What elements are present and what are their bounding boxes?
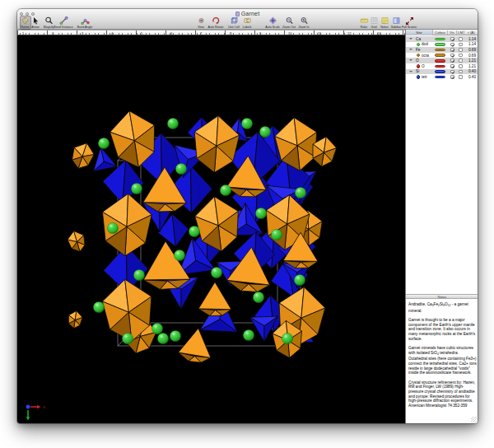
svg-text:a: a xyxy=(43,404,45,409)
